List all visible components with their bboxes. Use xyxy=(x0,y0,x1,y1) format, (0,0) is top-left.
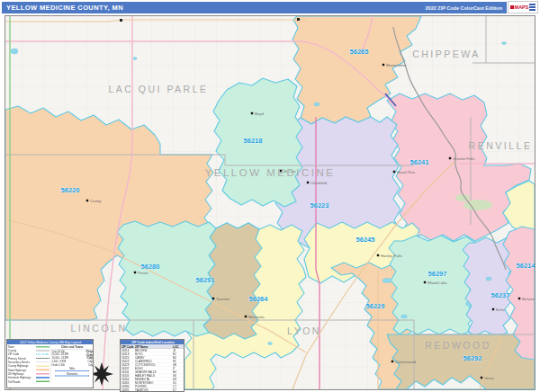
zip-table-cell: G8 xyxy=(173,363,184,367)
town-label: Granite Falls xyxy=(453,156,474,161)
zip-table-cell: MONTEVIDEO xyxy=(135,381,173,385)
zip-table-cell: G6 xyxy=(173,374,184,378)
map-legend: 2022 Yellow Medicine County, MN Map Lege… xyxy=(6,339,94,388)
zip-code-label: 56245 xyxy=(356,236,375,244)
county-map: MontevideoBoydCanbySt. LeoHazel RunClark… xyxy=(5,16,535,389)
legend-line-sample-state-hwy xyxy=(36,370,50,371)
city-class-label: 25,000 - 49,999 xyxy=(52,353,69,356)
zip-code-label: 56292 xyxy=(464,354,482,362)
legend-line-sample-zip xyxy=(36,354,50,355)
city-size-classes: Over 50,000City25,000 - 49,999City10,000… xyxy=(52,350,94,367)
legend-item-label: US Highways xyxy=(8,372,23,375)
road-marker-1 xyxy=(120,19,122,22)
legend-line-sample-primary xyxy=(36,358,50,359)
scale-bar-line xyxy=(56,375,90,376)
zip-table-cell: BELVIEW xyxy=(135,349,173,352)
town-marker xyxy=(134,272,136,273)
zip-index-table: ZIP Code Index/Grid Location ZIP Code ZI… xyxy=(120,339,184,392)
legend-item-label: County Highways xyxy=(8,365,29,368)
legend-item-label: County xyxy=(8,349,16,352)
zip-code-label: 56223 xyxy=(310,201,329,209)
zip-table-cell: 56229 xyxy=(121,363,135,367)
zip-table-cell: BOYD xyxy=(135,352,173,356)
zip-table-row: 56291TAUNTOND7 xyxy=(121,388,184,392)
town-marker xyxy=(212,298,214,299)
county-label: LINCOLN xyxy=(70,323,127,334)
zip-table-cell: C7 xyxy=(173,385,184,388)
zip-table-cell: GRANITE FALLS xyxy=(135,370,173,374)
county-label: LYON xyxy=(287,325,321,336)
town-label: Echo xyxy=(496,307,505,312)
zip-table-cell: F4 xyxy=(173,360,184,363)
zip-table-cell: D7 xyxy=(173,388,184,392)
zip-code-label: 56237 xyxy=(491,291,510,299)
town-marker xyxy=(424,281,426,283)
town-label: Montevideo xyxy=(386,63,407,67)
town-label: Cottonwood xyxy=(395,360,417,364)
town-marker xyxy=(86,200,88,201)
zip-table-cell: TAUNTON xyxy=(135,388,173,392)
zip-code-label: 56264 xyxy=(249,295,269,303)
city-class-label: 10,000 - 24,999 xyxy=(52,356,69,359)
town-marker xyxy=(307,182,309,183)
town-marker xyxy=(449,157,451,159)
logo-bars-icon xyxy=(529,4,536,11)
legend-item-label: State xyxy=(8,345,14,348)
zip-table-cell: E2 xyxy=(173,352,184,356)
legend-item-label: Secondary Streets xyxy=(8,361,30,363)
zip-table-cell: HANLEY FALLS xyxy=(135,374,173,378)
zip-table-cell: 56214 xyxy=(121,349,135,352)
scale-bar-row: Kilometers xyxy=(52,372,94,377)
legend-item-label: Primary Streets xyxy=(8,357,26,360)
zip-table-cell: ECHO xyxy=(135,367,173,370)
town-label: Canby xyxy=(90,199,102,203)
zip-code-label: 56265 xyxy=(350,48,369,56)
town-marker xyxy=(382,64,384,66)
zip-code-label: 56220 xyxy=(61,186,80,194)
scale-bars: MilesKilometers xyxy=(52,367,94,376)
zip-table-cell: CLARKFIELD xyxy=(135,360,173,363)
zip-table-cell: G1 xyxy=(173,381,184,385)
zip-code-label: 56229 xyxy=(366,302,385,310)
legend-item-label: Toll Roads xyxy=(8,380,21,383)
zip-table-cell: 56291 xyxy=(121,388,135,392)
town-label: Minneota xyxy=(248,315,265,319)
town-label: Hanley Falls xyxy=(381,254,402,258)
logo-mark-icon xyxy=(510,5,514,9)
zip-table-cell: 56220 xyxy=(121,356,135,360)
zip-code-label: 56280 xyxy=(141,263,160,271)
county-label: CHIPPEWA xyxy=(412,49,481,59)
legend-line-sample-us-hwy xyxy=(36,373,50,375)
legend-line-items: StateCountyZIP CodePrimary StreetsSecond… xyxy=(7,344,50,384)
zip-table-cell: H4 xyxy=(173,370,184,374)
zip-table-cell: CANBY xyxy=(135,356,173,360)
zip-table-cell: D8 xyxy=(173,378,184,381)
zip-code-label: 56291 xyxy=(196,276,215,284)
city-class-label: 2,500 - 9,999 xyxy=(52,360,67,362)
scale-bar-line xyxy=(56,370,90,371)
zip-table-cell: 56218 xyxy=(121,352,135,356)
county-label: LAC QUI PARLE xyxy=(108,84,208,94)
town-marker xyxy=(518,298,520,299)
legend-item: Toll Roads xyxy=(8,379,50,383)
zip-code-label: 56241 xyxy=(410,158,429,166)
city-sample-text: City xyxy=(87,360,93,363)
town-marker xyxy=(251,112,253,114)
county-label: YELLOW MEDICINE xyxy=(205,167,336,178)
zip-code-label: 56218 xyxy=(244,137,263,145)
town-label: Wood Lake xyxy=(428,281,447,285)
zip-code-label: 56214 xyxy=(517,262,535,270)
zip-table-cell: MINNEOTA xyxy=(135,378,173,381)
city-sample-text: City xyxy=(88,363,93,366)
logo-text: MAPS xyxy=(515,4,529,10)
header-bar: YELLOW MEDICINE COUNTY, MN 2022 ZIP Code… xyxy=(2,2,507,13)
town-marker xyxy=(481,377,482,379)
legend-item-label: Interstate Highways xyxy=(8,377,31,379)
zip-table-cell: 56245 xyxy=(121,374,135,378)
legend-line-sample-county-hwy xyxy=(36,365,50,367)
road-marker-2 xyxy=(297,18,300,21)
page-title: YELLOW MEDICINE COUNTY, MN xyxy=(6,4,123,12)
town-marker xyxy=(392,361,393,362)
town-label: Hazel Run xyxy=(397,170,416,174)
legend-line-sample-toll xyxy=(36,380,50,382)
